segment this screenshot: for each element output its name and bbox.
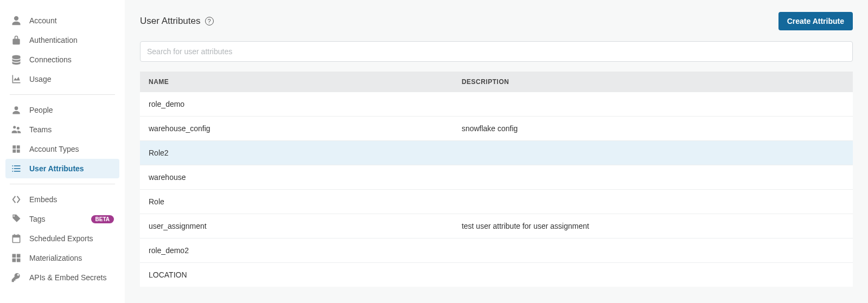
cell-name: LOCATION	[149, 270, 462, 279]
sidebar-item-label: Tags	[29, 215, 91, 223]
header-row: User Attributes ? Create Attribute	[140, 12, 853, 30]
sidebar-item-label: APIs & Embed Secrets	[29, 273, 114, 282]
cell-name: role_demo2	[149, 246, 462, 255]
usage-icon	[11, 74, 22, 85]
cell-name: user_assignment	[149, 222, 462, 230]
create-attribute-button[interactable]: Create Attribute	[778, 12, 853, 30]
account-icon	[11, 15, 22, 26]
sidebar-item-account-types[interactable]: Account Types	[5, 139, 119, 159]
sidebar-item-label: Authentication	[29, 36, 114, 44]
list-icon	[11, 163, 22, 174]
sidebar-item-label: Materializations	[29, 254, 114, 262]
sidebar-item-teams[interactable]: Teams	[5, 120, 119, 139]
table-body: role_demowarehouse_configsnowflake confi…	[140, 92, 853, 287]
sidebar-divider	[10, 94, 115, 95]
sidebar-item-label: Teams	[29, 125, 114, 134]
search-input[interactable]	[140, 41, 853, 62]
table-row[interactable]: warehouse_configsnowflake config	[140, 116, 853, 140]
sidebar-item-people[interactable]: People	[5, 100, 119, 120]
help-icon[interactable]: ?	[205, 17, 214, 25]
sidebar-item-scheduled-exports[interactable]: Scheduled Exports	[5, 229, 119, 248]
table-row[interactable]: role_demo2	[140, 238, 853, 262]
lock-icon	[11, 35, 22, 46]
sidebar-item-label: Embeds	[29, 195, 114, 204]
cell-description	[462, 246, 844, 255]
sidebar-item-connections[interactable]: Connections	[5, 50, 119, 69]
sidebar-divider	[10, 184, 115, 184]
database-icon	[11, 54, 22, 65]
table-header: NAME DESCRIPTION	[140, 72, 853, 92]
table-row[interactable]: user_assignmenttest user attribute for u…	[140, 214, 853, 238]
grid-icon	[11, 253, 22, 263]
page-title: User Attributes ?	[140, 16, 214, 27]
tag-icon	[11, 214, 22, 224]
cell-description	[462, 270, 844, 279]
sidebar: AccountAuthenticationConnectionsUsagePeo…	[0, 0, 125, 303]
sidebar-item-label: Connections	[29, 55, 114, 64]
sidebar-item-label: People	[29, 106, 114, 114]
cell-name: Role	[149, 197, 462, 206]
key-icon	[11, 272, 22, 283]
sidebar-item-account[interactable]: Account	[5, 11, 119, 30]
sidebar-item-label: Scheduled Exports	[29, 234, 114, 243]
calendar-icon	[11, 233, 22, 244]
main-content: User Attributes ? Create Attribute NAME …	[125, 0, 868, 303]
table-row[interactable]: warehouse	[140, 165, 853, 189]
cell-name: warehouse_config	[149, 124, 462, 133]
cell-name: role_demo	[149, 100, 462, 108]
cell-description: test user attribute for user assignment	[462, 222, 844, 230]
table-row[interactable]: Role	[140, 189, 853, 214]
cell-name: Role2	[149, 149, 462, 157]
sidebar-item-user-attributes[interactable]: User Attributes	[5, 159, 119, 178]
col-header-name: NAME	[149, 78, 462, 86]
page-title-text: User Attributes	[140, 16, 201, 27]
attributes-table: NAME DESCRIPTION role_demowarehouse_conf…	[140, 72, 853, 287]
table-row[interactable]: role_demo	[140, 92, 853, 116]
cell-description: snowflake config	[462, 124, 844, 133]
account-types-icon	[11, 144, 22, 154]
cell-description	[462, 197, 844, 206]
beta-badge: BETA	[91, 215, 114, 223]
sidebar-item-usage[interactable]: Usage	[5, 69, 119, 89]
sidebar-item-label: Usage	[29, 75, 114, 83]
embed-icon	[11, 194, 22, 205]
table-row[interactable]: LOCATION	[140, 262, 853, 287]
cell-description	[462, 149, 844, 157]
sidebar-item-embeds[interactable]: Embeds	[5, 190, 119, 209]
sidebar-item-apis-embed-secrets[interactable]: APIs & Embed Secrets	[5, 268, 119, 287]
col-header-description: DESCRIPTION	[462, 78, 844, 86]
sidebar-item-tags[interactable]: TagsBETA	[5, 209, 119, 229]
teams-icon	[11, 124, 22, 135]
sidebar-item-label: Account Types	[29, 145, 114, 153]
sidebar-item-authentication[interactable]: Authentication	[5, 30, 119, 50]
person-icon	[11, 105, 22, 115]
cell-name: warehouse	[149, 173, 462, 182]
sidebar-item-label: Account	[29, 16, 114, 25]
cell-description	[462, 100, 844, 108]
sidebar-item-materializations[interactable]: Materializations	[5, 248, 119, 268]
sidebar-item-label: User Attributes	[29, 164, 114, 173]
cell-description	[462, 173, 844, 182]
table-row[interactable]: Role2	[140, 140, 853, 165]
